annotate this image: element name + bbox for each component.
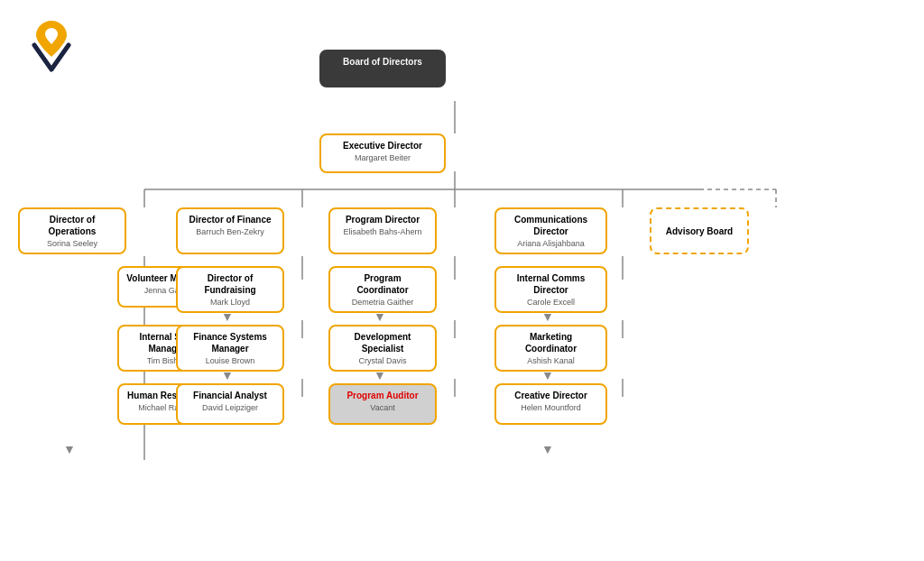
sysmgr-title: Finance Systems Manager bbox=[185, 331, 275, 354]
program-name: Elisabeth Bahs-Ahern bbox=[337, 227, 428, 236]
creative-node: Creative Director Helen Mountford bbox=[494, 383, 607, 425]
ops-name: Sorina Seeley bbox=[27, 239, 117, 248]
comms-name: Ariana Alisjahbana bbox=[504, 239, 598, 248]
program-title: Program Director bbox=[337, 214, 428, 225]
advisory-node: Advisory Board bbox=[650, 207, 749, 254]
analyst-name: David Leipziger bbox=[185, 403, 275, 412]
arrow-sysmgr: ▼ bbox=[221, 368, 234, 382]
analyst-node: Financial Analyst David Leipziger bbox=[176, 383, 284, 425]
finance-name: Barruch Ben-Zekry bbox=[185, 227, 275, 236]
board-title: Board of Directors bbox=[328, 56, 437, 68]
fundraising-node: Director of Fundraising Mark Lloyd bbox=[176, 266, 284, 313]
page: Board of Directors Executive Director Ma… bbox=[0, 0, 924, 561]
arrow-marketing: ▼ bbox=[541, 368, 554, 382]
analyst-title: Financial Analyst bbox=[185, 390, 275, 401]
auditor-name: Vacant bbox=[337, 403, 428, 412]
board-node: Board of Directors bbox=[319, 50, 446, 87]
sysmgr-node: Finance Systems Manager Louise Brown bbox=[176, 325, 284, 372]
internalcomms-name: Carole Excell bbox=[504, 298, 598, 307]
marketing-title: Marketing Coordinator bbox=[504, 331, 598, 354]
logo bbox=[18, 14, 90, 86]
sysmgr-name: Louise Brown bbox=[185, 356, 275, 365]
progcoord-title: Program Coordinator bbox=[337, 272, 428, 296]
executive-node: Executive Director Margaret Beiter bbox=[319, 133, 446, 173]
fundraising-name: Mark Lloyd bbox=[185, 298, 275, 307]
arrow-progcoord: ▼ bbox=[374, 309, 386, 324]
executive-title: Executive Director bbox=[328, 140, 437, 152]
comms-node: Communications Director Ariana Alisjahba… bbox=[494, 207, 607, 254]
auditor-title: Program Auditor bbox=[337, 390, 428, 401]
devspec-node: Development Specialist Crystal Davis bbox=[328, 325, 437, 372]
executive-name: Margaret Beiter bbox=[328, 153, 437, 162]
ops-title: Director of Operations bbox=[27, 214, 117, 237]
marketing-node: Marketing Coordinator Ashish Kanal bbox=[494, 325, 607, 372]
internalcomms-node: Internal Comms Director Carole Excell bbox=[494, 266, 607, 313]
arrow-creative: ▼ bbox=[541, 442, 554, 456]
arrow-devspec: ▼ bbox=[374, 368, 386, 382]
auditor-node: Program Auditor Vacant bbox=[328, 383, 437, 425]
finance-node: Director of Finance Barruch Ben-Zekry bbox=[176, 207, 284, 254]
program-node: Program Director Elisabeth Bahs-Ahern bbox=[328, 207, 437, 254]
creative-title: Creative Director bbox=[504, 390, 598, 401]
arrow-ops: ▼ bbox=[63, 442, 76, 456]
progcoord-name: Demetria Gaither bbox=[337, 298, 428, 307]
marketing-name: Ashish Kanal bbox=[504, 356, 598, 365]
creative-name: Helen Mountford bbox=[504, 403, 598, 412]
internalcomms-title: Internal Comms Director bbox=[504, 272, 598, 296]
advisory-title: Advisory Board bbox=[666, 225, 733, 237]
comms-title: Communications Director bbox=[504, 214, 598, 237]
devspec-title: Development Specialist bbox=[337, 331, 428, 354]
finance-title: Director of Finance bbox=[185, 214, 275, 225]
arrow-fundraising: ▼ bbox=[221, 309, 234, 324]
arrow-internalcomms: ▼ bbox=[541, 309, 554, 324]
devspec-name: Crystal Davis bbox=[337, 356, 428, 365]
progcoord-node: Program Coordinator Demetria Gaither bbox=[328, 266, 437, 313]
ops-node: Director of Operations Sorina Seeley bbox=[18, 207, 126, 254]
fundraising-title: Director of Fundraising bbox=[185, 272, 275, 296]
